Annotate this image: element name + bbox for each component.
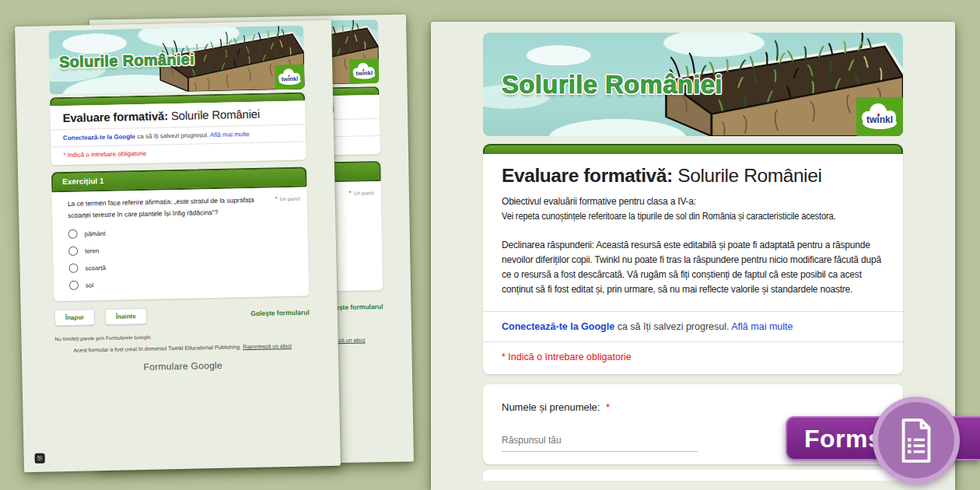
created-note-text: Acest formular a fost creat în domeniul … [73, 344, 241, 353]
radio-option[interactable]: sol [69, 276, 301, 290]
signin-text: ca să îți salvezi progresul. [614, 321, 731, 332]
banner-title: Solurile României [502, 70, 723, 100]
signin-text: ca să îți salvezi progresul. [135, 131, 210, 140]
next-button[interactable]: Înainte [105, 308, 147, 325]
radio-circle-icon[interactable] [68, 264, 78, 273]
form-head-card: Evaluare formativă: Solurile României Co… [50, 101, 306, 166]
twinkl-logo: twinkl [349, 58, 380, 84]
learn-more-link[interactable]: Află mai multe [210, 131, 250, 138]
form-title-rest: Solurile României [673, 165, 822, 186]
question-card: La ce termen face referire afirmația: „e… [52, 187, 310, 302]
twinkl-logo-text: twinkl [282, 75, 299, 82]
radio-circle-icon[interactable] [68, 247, 78, 256]
points-label: Un punct [354, 190, 374, 195]
signin-row: Conectează-te la Google ca să îți salvez… [483, 312, 903, 341]
twinkl-logo-text: twinkl [355, 69, 373, 76]
name-question-label: Numele și prenumele: * [502, 401, 610, 413]
objective-line-1: Obiectivul evaluării formative pentru cl… [502, 194, 884, 209]
page-corner-icon [35, 453, 45, 464]
question-text: La ce termen face referire afirmația: „e… [68, 194, 300, 222]
twinkl-logo-text: twinkl [866, 114, 893, 125]
next-card-sliver [483, 470, 903, 481]
forms-badge-label: Forms [804, 424, 882, 453]
back-button[interactable]: Înapoi [54, 309, 95, 326]
banner-title: Solurile României [59, 51, 194, 72]
signin-google-link[interactable]: Conectează-te la Google [63, 133, 135, 142]
twinkl-logo: twinkl [856, 97, 903, 136]
form-header-banner: Solurile României twinkl [483, 33, 903, 136]
twinkl-logo: twinkl [275, 65, 305, 90]
learn-more-link[interactable]: Află mai multe [731, 321, 793, 332]
form-title: Evaluare formativă: Solurile României [483, 154, 903, 194]
name-label-text: Numele și prenumele: [502, 401, 603, 413]
password-note: Nu trimiteți parole prin Formularele Goo… [54, 331, 310, 341]
required-note: * Indică o întrebare obligatorie [483, 342, 903, 374]
preview-page-1-sheet: Solurile României twinkl Evaluare format… [15, 20, 341, 472]
form-title-bold: Evaluare formativă: [502, 165, 673, 186]
points-label: Un punct [280, 196, 300, 202]
required-star: * [606, 401, 610, 413]
google-forms-logo: Formulare Google [55, 358, 310, 374]
form-header-banner: Solurile României twinkl [48, 26, 305, 95]
question-meta: *Un punct [349, 189, 374, 197]
option-label: pământ [85, 229, 106, 237]
report-abuse-link[interactable]: Raportează un abuz [243, 343, 292, 349]
forms-badge-icon-circle [873, 397, 960, 484]
objective-line-2: Vei repeta cunoștințele referitoare la t… [502, 209, 835, 224]
forms-document-icon [899, 418, 933, 463]
created-note: Acest formular a fost creat în domeniul … [55, 342, 310, 353]
disclaimer-text: Declinarea răspunderii: Această resursă … [502, 238, 884, 311]
question-meta: *Un punct [275, 195, 300, 203]
signin-google-link[interactable]: Conectează-te la Google [502, 321, 614, 332]
option-label: scoarță [85, 264, 105, 271]
required-star: * [349, 190, 352, 197]
radio-option[interactable]: pământ [68, 225, 300, 239]
answer-input[interactable]: Răspunsul tău [502, 432, 698, 452]
option-label: teren [85, 247, 99, 254]
radio-option[interactable]: teren [68, 242, 300, 256]
form-page-column: Solurile României twinkl Evaluare format… [48, 26, 310, 375]
answer-placeholder: Răspunsul tău [502, 435, 562, 446]
form-title-bold: Evaluare formativă: [62, 109, 168, 124]
required-star: * [275, 195, 278, 202]
theme-color-band [483, 144, 903, 154]
nav-row: Înapoi Înainte Golește formularul [54, 303, 310, 327]
option-label: sol [86, 282, 93, 289]
form-description-card: Evaluare formativă: Solurile României Ob… [483, 154, 903, 374]
radio-option[interactable]: scoarță [68, 259, 300, 273]
form-title-rest: Solurile României [168, 107, 260, 122]
form-page-column: Solurile României twinkl Evaluare format… [483, 33, 903, 481]
clear-form-link[interactable]: Golește formularul [250, 308, 310, 317]
page-corner-icon-glyph [37, 456, 43, 461]
radio-circle-icon[interactable] [68, 229, 78, 239]
radio-circle-icon[interactable] [69, 281, 79, 290]
